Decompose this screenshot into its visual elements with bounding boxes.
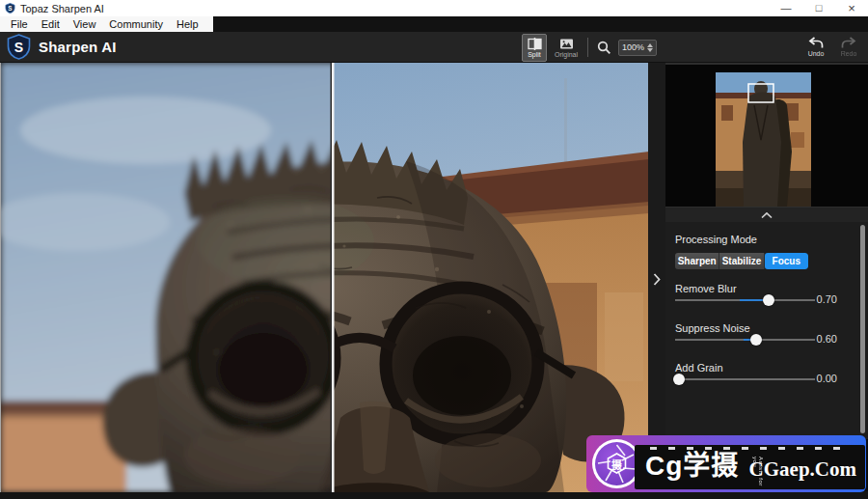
app-window: S Topaz Sharpen AI — □ × File Edit View … bbox=[0, 0, 868, 499]
maximize-button[interactable]: □ bbox=[802, 0, 835, 16]
watermark-site-url: CGaep.Com bbox=[749, 457, 856, 482]
add-grain-slider-row: Add Grain 0.00 bbox=[675, 358, 858, 388]
original-view-button[interactable]: Original bbox=[554, 34, 579, 62]
stepper-down-icon bbox=[647, 48, 653, 52]
suppress-noise-value: 0.60 bbox=[817, 333, 837, 345]
zoom-level-select[interactable]: 100% bbox=[618, 40, 657, 56]
watermark-text-box: Cg学摄 Artists for you CGaep.Com bbox=[635, 445, 865, 489]
remove-blur-slider-row: Remove Blur 0.70 bbox=[675, 279, 858, 309]
add-grain-track[interactable] bbox=[675, 378, 815, 380]
app-brand: S Sharpen AI bbox=[7, 34, 117, 60]
chevron-up-icon bbox=[761, 212, 773, 218]
watermark-brand-text: Cg学摄 bbox=[645, 453, 739, 480]
original-image-icon bbox=[559, 38, 574, 50]
mode-stabilize-button[interactable]: Stabilize bbox=[719, 253, 764, 269]
settings-panel: Processing Mode Sharpen Stabilize Focus … bbox=[665, 222, 868, 439]
menu-view[interactable]: View bbox=[67, 18, 103, 30]
add-grain-thumb[interactable] bbox=[673, 374, 685, 385]
split-view-icon bbox=[528, 38, 542, 50]
zoom-stepper[interactable] bbox=[647, 43, 656, 52]
title-bar: S Topaz Sharpen AI — □ × bbox=[0, 0, 868, 16]
window-title: Topaz Sharpen AI bbox=[20, 3, 104, 14]
stepper-up-icon bbox=[647, 43, 653, 47]
remove-blur-label: Remove Blur bbox=[675, 283, 737, 294]
watermark-cropped-text-fragments bbox=[650, 447, 848, 450]
mode-sharpen-button[interactable]: Sharpen bbox=[675, 253, 719, 269]
chevron-right-icon bbox=[653, 273, 661, 286]
close-button[interactable]: × bbox=[835, 0, 868, 16]
settings-scrollbar[interactable] bbox=[860, 225, 865, 433]
svg-text:S: S bbox=[14, 40, 23, 55]
split-divider-line[interactable] bbox=[332, 63, 335, 492]
status-bar bbox=[0, 492, 868, 499]
navigator-thumbnail bbox=[716, 72, 811, 207]
menu-community[interactable]: Community bbox=[102, 18, 170, 30]
undo-icon bbox=[808, 37, 824, 49]
sharpen-ai-logo-icon: S bbox=[7, 34, 31, 60]
undo-label: Undo bbox=[808, 50, 825, 57]
processing-mode-segmented-control: Sharpen Stabilize Focus bbox=[675, 253, 808, 269]
toolbar: S Sharpen AI Split Original bbox=[0, 32, 868, 63]
navigator-collapse-button[interactable] bbox=[665, 208, 868, 222]
remove-blur-value: 0.70 bbox=[817, 293, 837, 305]
suppress-noise-label: Suppress Noise bbox=[675, 322, 750, 334]
minimize-button[interactable]: — bbox=[770, 0, 802, 16]
statue-split-preview bbox=[1, 63, 649, 492]
redo-label: Redo bbox=[841, 50, 857, 57]
menu-file[interactable]: File bbox=[4, 18, 35, 30]
app-name: Sharpen AI bbox=[39, 39, 117, 55]
suppress-noise-thumb[interactable] bbox=[750, 334, 762, 346]
menu-edit[interactable]: Edit bbox=[35, 18, 67, 30]
app-shield-icon: S bbox=[5, 3, 15, 14]
original-label: Original bbox=[555, 51, 578, 58]
menu-help[interactable]: Help bbox=[170, 18, 205, 30]
remove-blur-thumb[interactable] bbox=[763, 294, 774, 306]
zoom-level-value: 100% bbox=[619, 42, 647, 52]
image-preview-canvas[interactable] bbox=[0, 63, 648, 492]
redo-button[interactable]: Redo bbox=[835, 33, 862, 61]
watermark-logo-glyph: 摄 bbox=[611, 457, 622, 472]
navigator-panel[interactable] bbox=[665, 63, 868, 208]
add-grain-label: Add Grain bbox=[675, 362, 723, 374]
right-sidebar: Processing Mode Sharpen Stabilize Focus … bbox=[665, 63, 868, 492]
toolbar-separator bbox=[587, 38, 588, 57]
processing-mode-title: Processing Mode bbox=[675, 234, 858, 245]
redo-icon bbox=[841, 37, 856, 49]
svg-text:S: S bbox=[8, 5, 13, 12]
undo-button[interactable]: Undo bbox=[802, 33, 829, 61]
add-grain-value: 0.00 bbox=[817, 373, 837, 384]
mode-focus-button[interactable]: Focus bbox=[765, 253, 808, 269]
split-view-button[interactable]: Split bbox=[522, 34, 547, 62]
suppress-noise-track[interactable] bbox=[675, 339, 815, 341]
split-label: Split bbox=[528, 51, 541, 58]
suppress-noise-slider-row: Suppress Noise 0.60 bbox=[675, 319, 858, 348]
sidebar-collapse-handle[interactable] bbox=[648, 63, 665, 492]
remove-blur-track[interactable] bbox=[675, 299, 815, 301]
zoom-magnifier-icon bbox=[597, 41, 611, 55]
menu-bar: File Edit View Community Help bbox=[0, 16, 868, 32]
watermark-banner: 摄 Cg学摄 Artists for you CGaep.Com bbox=[586, 435, 866, 492]
